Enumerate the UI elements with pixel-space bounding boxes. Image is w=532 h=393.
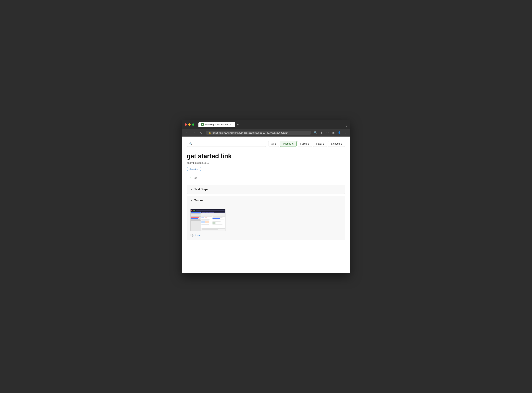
run-tab[interactable]: ✓ Run	[187, 175, 200, 181]
filter-passed-count: 6	[292, 142, 294, 145]
filter-flaky-label: Flaky	[316, 142, 322, 145]
menu-icon[interactable]: ⋮	[343, 131, 347, 135]
test-steps-chevron-icon: ►	[190, 188, 193, 191]
browser-tab[interactable]: ▶ Playwright Test Report ×	[198, 122, 235, 127]
trace-thumbnail[interactable]	[190, 209, 226, 231]
page-content: 🔍 All 6 Passed 6 Failed 0 Flaky 0	[182, 137, 350, 273]
browser-window: ▶ Playwright Test Report × + ⌄ ← → ↻ 🔒 l…	[182, 120, 350, 273]
tab-expand-icon[interactable]: ⌄	[346, 125, 347, 127]
lock-icon: 🔒	[208, 132, 211, 134]
traces-section: ▼ Traces	[187, 196, 345, 240]
tab-bar: ▶ Playwright Test Report × + ⌄	[198, 122, 347, 127]
test-title: get started link	[187, 152, 345, 160]
bookmark-icon[interactable]: ☆	[325, 131, 330, 135]
filter-all-button[interactable]: All 6	[268, 141, 279, 147]
tab-favicon: ▶	[201, 123, 204, 126]
zoom-icon[interactable]: 🔍	[313, 131, 318, 135]
profile-icon[interactable]: 👤	[337, 131, 341, 135]
run-tabs: ✓ Run	[187, 175, 345, 181]
trace-link[interactable]: trace	[195, 234, 201, 237]
filter-all-label: All	[271, 142, 274, 145]
test-file: example.spec.ts:10	[187, 161, 345, 164]
test-steps-header[interactable]: ► Test Steps	[187, 185, 345, 194]
back-button[interactable]: ←	[185, 130, 190, 135]
maximize-button[interactable]	[192, 123, 194, 126]
traces-header[interactable]: ▼ Traces	[187, 196, 345, 205]
refresh-button[interactable]: ↻	[199, 130, 204, 135]
traces-title: Traces	[194, 199, 203, 202]
check-icon: ✓	[190, 176, 192, 179]
filter-flaky-count: 0	[323, 142, 324, 145]
filter-skipped-count: 0	[341, 142, 342, 145]
filter-skipped-button[interactable]: Skipped 0	[328, 141, 345, 147]
address-bar-row: ← → ↻ 🔒 localhost:9323/#?testId=a30a6eba…	[182, 129, 350, 137]
traces-chevron-icon: ▼	[190, 199, 193, 202]
filter-buttons: All 6 Passed 6 Failed 0 Flaky 0 Skipped	[268, 141, 345, 147]
share-icon[interactable]: ⬆	[319, 131, 324, 135]
trace-file-icon	[190, 233, 194, 237]
minimize-button[interactable]	[188, 123, 191, 126]
trace-preview-image	[190, 209, 226, 231]
forward-button[interactable]: →	[192, 130, 196, 135]
tab-close-button[interactable]: ×	[229, 123, 232, 126]
filter-passed-button[interactable]: Passed 6	[280, 141, 297, 147]
test-badge[interactable]: chromium	[187, 167, 201, 171]
test-steps-section: ► Test Steps	[187, 185, 345, 194]
test-steps-title: Test Steps	[194, 188, 208, 191]
title-bar: ▶ Playwright Test Report × + ⌄	[182, 120, 350, 129]
filter-all-count: 6	[275, 142, 276, 145]
url-text: localhost:9323/#?testId=a30a6eba6312f6b8…	[212, 132, 288, 134]
search-icon: 🔍	[189, 142, 192, 145]
close-button[interactable]	[185, 123, 187, 126]
tab-title: Playwright Test Report	[205, 123, 228, 126]
filter-bar: 🔍 All 6 Passed 6 Failed 0 Flaky 0	[187, 141, 345, 147]
run-tab-label: Run	[193, 176, 197, 179]
address-bar[interactable]: 🔒 localhost:9323/#?testId=a30a6eba6312f6…	[206, 131, 311, 135]
filter-failed-count: 0	[308, 142, 310, 145]
search-box[interactable]: 🔍	[187, 141, 266, 147]
filter-passed-label: Passed	[283, 142, 291, 145]
new-tab-button[interactable]: +	[235, 122, 240, 127]
filter-skipped-label: Skipped	[331, 142, 340, 145]
traces-body: trace	[187, 205, 345, 240]
filter-failed-label: Failed	[300, 142, 307, 145]
split-view-icon[interactable]: ▣	[331, 131, 336, 135]
filter-failed-button[interactable]: Failed 0	[297, 141, 312, 147]
trace-link-row: trace	[190, 233, 342, 237]
filter-flaky-button[interactable]: Flaky 0	[313, 141, 327, 147]
window-controls	[185, 123, 194, 126]
browser-toolbar-icons: 🔍 ⬆ ☆ ▣ 👤 ⋮	[313, 131, 347, 135]
